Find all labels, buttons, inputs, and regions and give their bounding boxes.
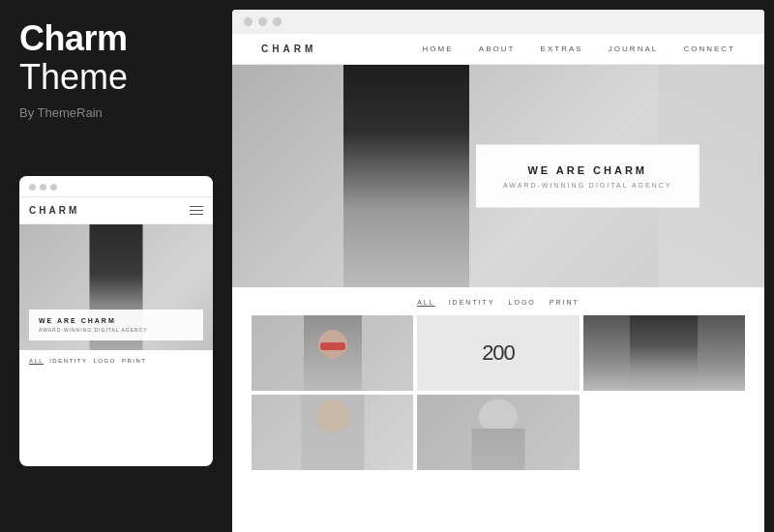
desktop-nav-links: HOME · ABOUT · EXTRAS · JOURNAL · CONNEC… [423, 44, 735, 53]
nav-sep-3: · [595, 44, 597, 53]
mobile-filter-print[interactable]: PRINT [122, 358, 147, 364]
desktop-nav: CHARM HOME · ABOUT · EXTRAS · JOURNAL · … [232, 34, 764, 65]
mobile-filter-logo[interactable]: LOGO [94, 358, 116, 364]
mobile-logo: CHARM [29, 205, 79, 216]
portfolio-item-5[interactable] [417, 395, 579, 470]
nav-journal[interactable]: JOURNAL [609, 44, 658, 53]
nav-extras[interactable]: EXTRAS [541, 44, 583, 53]
mobile-topbar [19, 176, 213, 197]
theme-title-light: Theme [19, 58, 213, 97]
portfolio-number: 200 [482, 340, 515, 366]
desktop-hero: WE ARE CHARM AWARD-WINNING DIGITAL AGENC… [232, 65, 764, 287]
portfolio-grid: 200 [252, 315, 745, 470]
desktop-overlay-box: WE ARE CHARM AWARD-WINNING DIGITAL AGENC… [476, 145, 700, 208]
portfolio-person-3 [630, 315, 698, 391]
mobile-nav: CHARM [19, 197, 213, 224]
nav-connect[interactable]: CONNECT [683, 44, 735, 53]
mobile-hero-title: WE ARE CHARM [39, 317, 194, 324]
mobile-filter-identity[interactable]: IDENTITY [49, 358, 87, 364]
nav-sep-2: · [526, 44, 528, 53]
right-panel: CHARM HOME · ABOUT · EXTRAS · JOURNAL · … [232, 10, 764, 532]
portfolio-item-4[interactable] [252, 395, 413, 470]
mobile-filter-all[interactable]: ALL [29, 358, 44, 364]
mobile-mockup: CHARM WE ARE CHARM AWARD-WINNING DIGITAL… [19, 176, 213, 466]
mobile-hamburger-icon [190, 206, 203, 216]
mobile-dots [29, 184, 57, 191]
portfolio-sunglasses [320, 342, 345, 350]
desktop-content: CHARM HOME · ABOUT · EXTRAS · JOURNAL · … [232, 34, 764, 532]
hero-figure-dark [343, 65, 469, 287]
mobile-hero-subtitle: AWARD-WINNING DIGITAL AGENCY [39, 327, 194, 333]
portfolio-filter-identity[interactable]: IDENTITY [449, 299, 495, 306]
portfolio-filter-all[interactable]: ALL [417, 299, 434, 306]
nav-sep-1: · [465, 44, 467, 53]
mobile-overlay-box: WE ARE CHARM AWARD-WINNING DIGITAL AGENC… [29, 310, 203, 340]
desktop-dot-1 [244, 17, 253, 26]
nav-sep-4: · [670, 44, 671, 53]
mobile-dot-3 [50, 184, 57, 191]
portfolio-filter-print[interactable]: PRINT [550, 299, 580, 306]
portfolio-item-3[interactable] [583, 315, 745, 391]
mobile-hero: WE ARE CHARM AWARD-WINNING DIGITAL AGENC… [19, 224, 213, 350]
desktop-hero-title: WE ARE CHARM [503, 164, 672, 176]
desktop-logo: CHARM [261, 44, 316, 54]
nav-about[interactable]: ABOUT [479, 44, 516, 53]
portfolio-body-5 [471, 429, 524, 470]
desktop-topbar [232, 10, 764, 34]
left-panel: Charm Theme By ThemeRain CHARM [0, 0, 232, 532]
theme-title-bold: Charm [19, 19, 213, 58]
desktop-dot-2 [258, 17, 267, 26]
portfolio-face-4 [315, 399, 349, 433]
desktop-portfolio: ALL IDENTITY LOGO PRINT 200 [232, 287, 764, 532]
mobile-dot-2 [40, 184, 46, 191]
portfolio-item-2[interactable]: 200 [417, 315, 579, 391]
portfolio-filters: ALL IDENTITY LOGO PRINT [252, 299, 745, 306]
desktop-hero-subtitle: AWARD-WINNING DIGITAL AGENCY [503, 182, 672, 189]
nav-home[interactable]: HOME [423, 44, 454, 53]
portfolio-item-1[interactable] [252, 315, 413, 391]
mobile-dot-1 [29, 184, 36, 191]
portfolio-filter-logo[interactable]: LOGO [509, 299, 536, 306]
mobile-filters: ALL IDENTITY LOGO PRINT [19, 350, 213, 371]
theme-author: By ThemeRain [19, 105, 213, 120]
desktop-dot-3 [273, 17, 282, 26]
